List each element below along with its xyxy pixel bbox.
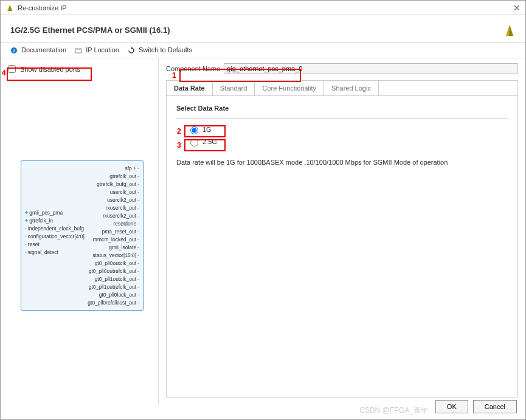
port-resetdone: resetdone <box>88 220 139 227</box>
component-name-label: Component Name <box>166 65 220 72</box>
window-title: Re-customize IP <box>18 4 67 12</box>
port-configuration-vector-4-0-: configuration_vector[4:0] <box>25 233 85 240</box>
ok-button[interactable]: OK <box>435 400 468 413</box>
port-userclk-out: userclk_out <box>88 188 139 196</box>
port-gtrefclk-out: gtrefclk_out <box>88 173 139 180</box>
port-rxuserclk2-out: rxuserclk2_out <box>88 212 139 219</box>
port-signal-detect: signal_detect <box>25 249 85 256</box>
select-data-rate-label: Select Data Rate <box>176 105 508 112</box>
rate-1g-radio[interactable] <box>190 126 198 134</box>
port-mmcm-locked-out: mmcm_locked_out <box>88 236 139 243</box>
show-disabled-ports-checkbox[interactable] <box>8 65 16 73</box>
cancel-button[interactable]: Cancel <box>473 400 517 413</box>
vendor-logo <box>504 22 516 37</box>
documentation-link[interactable]: i Documentation <box>10 46 66 54</box>
rate-25g-radio[interactable] <box>190 139 198 146</box>
watermark: CSDN @FPGA_青年 <box>359 405 428 416</box>
port-status-vector-15-0-: status_vector[15:0] <box>88 252 139 259</box>
tab-core-functionality[interactable]: Core Functionality <box>255 81 324 95</box>
svg-text:i: i <box>13 48 15 53</box>
port-independent-clock-bufg: independent_clock_bufg <box>25 225 85 232</box>
port-reset: reset <box>25 241 85 248</box>
port-sfp: sfp + <box>88 165 139 172</box>
port-gtrefclk-in: gtrefclk_in <box>25 217 85 224</box>
port-gmii-isolate: gmii_isolate <box>88 244 139 251</box>
tab-shared-logic[interactable]: Shared Logic <box>324 81 379 95</box>
port-gt0-pll0refclklost-out: gt0_pll0refclklost_out <box>88 299 139 306</box>
svg-rect-7 <box>75 49 81 50</box>
port-gmii-pcs-pma: gmii_pcs_pma <box>25 209 85 216</box>
port-pma-reset-out: pma_reset_out <box>88 228 139 235</box>
port-gt0-pll0outclk-out: gt0_pll0outclk_out <box>88 260 139 267</box>
port-rxuserclk-out: rxuserclk_out <box>88 204 139 212</box>
switch-defaults-link[interactable]: Switch to Defaults <box>128 46 192 54</box>
ip-block-diagram[interactable]: gmii_pcs_pmagtrefclk_inindependent_clock… <box>21 160 144 311</box>
rate-1g-label: 1G <box>202 126 212 133</box>
port-userclk2-out: userclk2_out <box>88 196 139 204</box>
tab-data-rate[interactable]: Data Rate <box>167 81 213 95</box>
port-gtrefclk-bufg-out: gtrefclk_bufg_out <box>88 181 139 188</box>
port-gt0-pll0outrefclk-out: gt0_pll0outrefclk_out <box>88 267 139 275</box>
ip-location-link[interactable]: IP Location <box>75 46 119 54</box>
component-name-input[interactable] <box>224 63 518 74</box>
port-gt0-pll1outrefclk-out: gt0_pll1outrefclk_out <box>88 283 139 291</box>
page-title: 1G/2.5G Ethernet PCS/PMA or SGMII (16.1) <box>10 26 170 35</box>
close-icon[interactable]: ✕ <box>513 3 521 13</box>
show-disabled-ports-label: Show disabled ports <box>20 66 80 73</box>
svg-marker-8 <box>131 47 133 49</box>
tab-standard[interactable]: Standard <box>213 81 255 95</box>
app-icon <box>5 4 14 12</box>
rate-25g-label: 2.5G <box>202 138 217 145</box>
port-gt0-pll0lock-out: gt0_pll0lock_out <box>88 291 139 298</box>
port-gt0-pll1outclk-out: gt0_pll1outclk_out <box>88 275 139 283</box>
svg-marker-3 <box>509 25 513 36</box>
data-rate-hint: Data rate will be 1G for 1000BASEX mode … <box>176 159 508 166</box>
